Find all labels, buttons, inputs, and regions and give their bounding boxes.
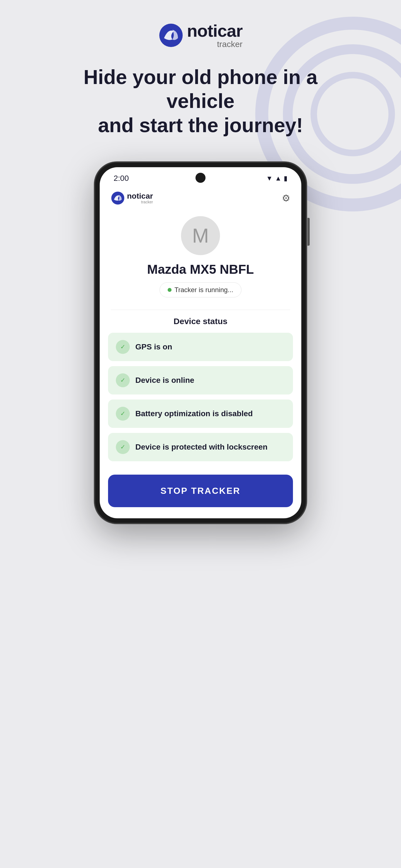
- logo-text-group: noticar tracker: [187, 22, 242, 49]
- app-header: noticar tracker ⚙: [100, 186, 301, 208]
- app-logo-text-small: noticar tracker: [127, 192, 153, 204]
- phone-frame: 2:00 ▼ ▲ ▮ noticar: [95, 162, 306, 523]
- status-item-battery: ✓ Battery optimization is disabled: [108, 400, 293, 428]
- check-circle-lockscreen: ✓: [116, 440, 130, 454]
- app-logo-main-small: noticar: [127, 192, 153, 200]
- avatar-section: M Mazda MX5 NBFL Tracker is running...: [100, 208, 301, 303]
- signal-icon: ▲: [275, 175, 282, 182]
- check-circle-online: ✓: [116, 373, 130, 387]
- app-logo-icon-small: [111, 191, 125, 205]
- status-item-lockscreen: ✓ Device is protected with lockscreen: [108, 433, 293, 461]
- status-battery-text: Battery optimization is disabled: [135, 409, 253, 418]
- check-circle-battery: ✓: [116, 407, 130, 421]
- logo-sub-text: tracker: [187, 40, 242, 49]
- check-icon-battery: ✓: [120, 410, 125, 417]
- device-status-section: Device status ✓ GPS is on ✓ Device is on…: [100, 317, 301, 461]
- tracker-status-text: Tracker is running...: [174, 286, 233, 294]
- stop-tracker-button[interactable]: STOP TRACKER: [108, 475, 293, 507]
- vehicle-name: Mazda MX5 NBFL: [147, 262, 254, 277]
- check-circle-gps: ✓: [116, 340, 130, 354]
- app-logo: noticar tracker: [159, 22, 242, 49]
- avatar: M: [181, 216, 220, 255]
- top-section: noticar tracker Hide your old phone in a…: [0, 0, 401, 159]
- app-logo-sub-small: tracker: [127, 200, 153, 204]
- check-icon-online: ✓: [120, 377, 125, 384]
- status-icons: ▼ ▲ ▮: [266, 175, 287, 182]
- logo-icon: [159, 23, 183, 48]
- app-logo-small: noticar tracker: [111, 191, 153, 205]
- status-item-gps: ✓ GPS is on: [108, 333, 293, 361]
- status-item-online: ✓ Device is online: [108, 366, 293, 395]
- divider: [111, 310, 290, 310]
- status-lockscreen-text: Device is protected with lockscreen: [135, 443, 267, 452]
- device-status-title: Device status: [108, 317, 293, 326]
- wifi-icon: ▼: [266, 175, 273, 182]
- settings-icon[interactable]: ⚙: [282, 192, 290, 204]
- status-dot: [168, 288, 172, 292]
- tracker-status-badge: Tracker is running...: [160, 282, 241, 298]
- status-bar: 2:00 ▼ ▲ ▮: [100, 167, 301, 186]
- status-time: 2:00: [114, 174, 129, 183]
- battery-icon: ▮: [284, 175, 287, 182]
- logo-main-text: noticar: [187, 22, 242, 39]
- phone-screen: 2:00 ▼ ▲ ▮ noticar: [100, 167, 301, 518]
- check-icon-gps: ✓: [120, 343, 125, 350]
- check-icon-lockscreen: ✓: [120, 443, 125, 451]
- phone-mockup: 2:00 ▼ ▲ ▮ noticar: [95, 162, 306, 523]
- camera-notch: [196, 173, 205, 183]
- status-gps-text: GPS is on: [135, 342, 172, 351]
- status-online-text: Device is online: [135, 376, 194, 385]
- hero-text: Hide your old phone in a vehicle and sta…: [75, 65, 326, 137]
